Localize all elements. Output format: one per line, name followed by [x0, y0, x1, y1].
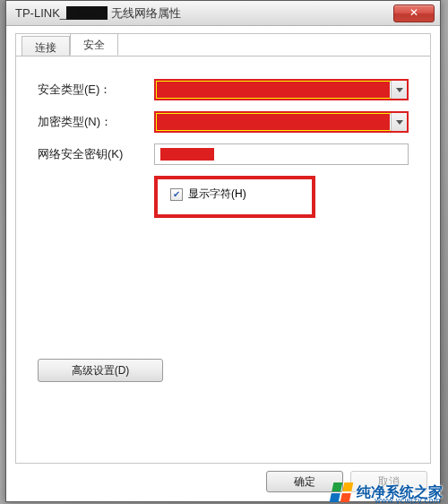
ok-button[interactable]: 确定 [266, 471, 343, 492]
check-icon: ✔ [173, 189, 180, 199]
combo-encryption-type-value [157, 114, 390, 130]
row-security-type: 安全类型(E)： [38, 79, 409, 100]
dialog-button-row: 确定 取消 [266, 471, 427, 492]
title-prefix: TP-LINK_ [15, 6, 66, 20]
combo-security-type[interactable] [154, 79, 409, 100]
close-icon: ✕ [409, 6, 418, 19]
chevron-down-icon[interactable] [391, 113, 407, 131]
title-redacted: xxxx [66, 6, 108, 20]
close-button[interactable]: ✕ [393, 4, 435, 22]
row-show-characters: ✔ 显示字符(H) [154, 176, 315, 218]
tab-divider [16, 56, 430, 56]
tab-security[interactable]: 安全 [70, 33, 118, 56]
label-show-characters: 显示字符(H) [188, 187, 246, 202]
form-area: 安全类型(E)： 加密类型(N)： 网络安全密钥(K [38, 79, 409, 218]
input-network-key[interactable] [154, 143, 409, 165]
label-encryption-type: 加密类型(N)： [38, 114, 154, 130]
properties-dialog: TP-LINK_xxxx 无线网络属性 ✕ 连接 安全 安全类型(E)： [5, 0, 441, 502]
row-network-key: 网络安全密钥(K) [38, 143, 409, 165]
combo-security-type-value [157, 82, 390, 98]
dialog-body: 连接 安全 安全类型(E)： 加密类型(N)： [15, 33, 431, 464]
row-encryption-type: 加密类型(N)： [38, 111, 409, 133]
network-key-redacted [160, 148, 214, 161]
window-title: TP-LINK_xxxx 无线网络属性 [15, 5, 393, 22]
label-security-type: 安全类型(E)： [38, 82, 154, 98]
titlebar[interactable]: TP-LINK_xxxx 无线网络属性 ✕ [6, 1, 440, 26]
title-suffix: 无线网络属性 [108, 6, 181, 20]
chevron-down-icon[interactable] [391, 81, 407, 99]
tab-connection[interactable]: 连接 [22, 36, 70, 56]
advanced-settings-button[interactable]: 高级设置(D) [38, 359, 163, 382]
combo-encryption-type[interactable] [154, 111, 409, 133]
watermark-url: www.ycwjzy.com [375, 496, 441, 504]
cancel-button[interactable]: 取消 [350, 471, 427, 492]
label-network-key: 网络安全密钥(K) [38, 146, 154, 162]
tab-strip: 连接 安全 [22, 33, 118, 56]
checkbox-show-characters[interactable]: ✔ [170, 188, 183, 201]
